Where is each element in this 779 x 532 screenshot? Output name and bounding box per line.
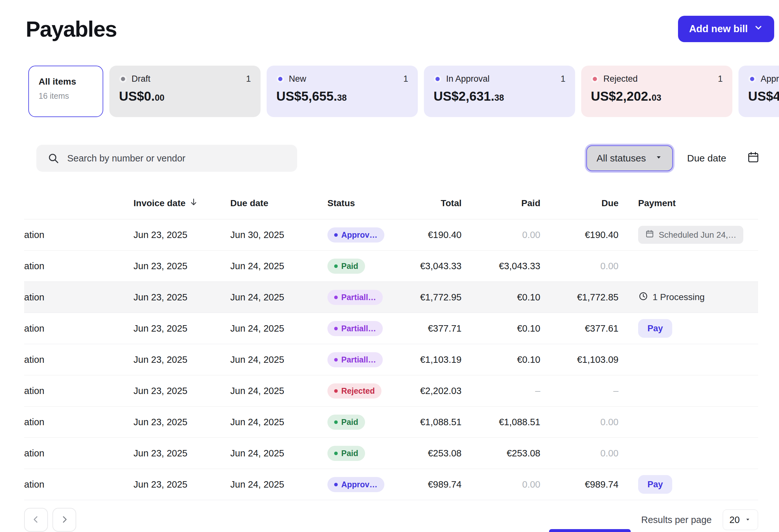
results-per-page-label: Results per page — [641, 515, 711, 525]
table-row[interactable]: ation Jun 23, 2025 Jun 24, 2025 Partiall… — [24, 282, 758, 313]
card-new-label: New — [289, 74, 306, 84]
status-label: Partiall… — [341, 324, 376, 333]
paid-cell: €253.08 — [462, 448, 540, 459]
filter-card-rejected[interactable]: Rejected 1 US$2,202.03 — [581, 66, 732, 117]
paid-cell: 0.00 — [462, 230, 540, 240]
new-status-dot-icon — [278, 77, 282, 81]
pay-button-label: Pay — [648, 323, 663, 334]
status-filter-value: All statuses — [597, 153, 646, 164]
due-date-cell: Jun 24, 2025 — [230, 354, 327, 365]
invoice-date-column-header[interactable]: Invoice date — [133, 197, 230, 209]
summary-cards-row: All items 16 items Draft 1 US$0.00 New 1… — [0, 66, 779, 117]
status-label: Rejected — [341, 386, 375, 396]
payment-cell: Pay Pay Pay — [618, 319, 758, 338]
triangle-down-icon — [654, 153, 663, 164]
card-approved-label: Appr — [761, 74, 779, 84]
vendor-cell: ation — [24, 292, 133, 303]
vendor-cell: ation — [24, 354, 133, 365]
filter-card-draft[interactable]: Draft 1 US$0.00 — [109, 66, 260, 117]
search-icon — [47, 152, 60, 166]
invoice-date-cell: Jun 23, 2025 — [133, 479, 230, 490]
due-amount-cell: €190.40 — [540, 230, 618, 240]
status-pill: Partiall… — [327, 352, 383, 367]
filters-row: All statuses Due date — [0, 144, 779, 172]
card-in-approval-count: 1 — [560, 74, 565, 84]
status-label: Partiall… — [341, 355, 376, 364]
filter-card-new[interactable]: New 1 US$5,655.38 — [266, 66, 418, 117]
table-row[interactable]: ation Jun 23, 2025 Jun 24, 2025 Paid €1,… — [24, 407, 758, 438]
vendor-cell: ation — [24, 261, 133, 272]
due-date-filter-value: Due date — [687, 153, 726, 164]
vendor-cell: ation — [24, 417, 133, 427]
table-row[interactable]: ation Jun 23, 2025 Jun 24, 2025 Partiall… — [24, 313, 758, 344]
table-row[interactable]: ation Jun 23, 2025 Jun 24, 2025 Rejected… — [24, 375, 758, 407]
card-rejected-amount: US$2,202.03 — [591, 89, 723, 104]
total-cell: €1,103.19 — [406, 354, 462, 365]
card-approved-amount: US$4 — [748, 89, 779, 104]
table-row[interactable]: ation Jun 23, 2025 Jun 24, 2025 Partiall… — [24, 344, 758, 375]
chevron-right-icon — [59, 514, 70, 526]
table-row[interactable]: ation Jun 23, 2025 Jun 24, 2025 Paid €3,… — [24, 250, 758, 282]
card-rejected-count: 1 — [718, 74, 723, 84]
total-cell: €1,088.51 — [406, 417, 462, 427]
status-label: Approv… — [341, 230, 377, 240]
calendar-icon — [645, 229, 654, 241]
status-label: Paid — [341, 261, 358, 271]
paid-cell: €3,043.33 — [462, 261, 540, 272]
due-amount-cell: €989.74 — [540, 479, 618, 490]
bottom-blue-bar — [549, 529, 631, 532]
status-pill: Paid — [327, 415, 365, 430]
card-all-items-label: All items — [39, 76, 93, 87]
due-amount-cell: – — [540, 386, 618, 396]
caret-down-icon — [744, 515, 751, 525]
due-date-filter[interactable]: Due date — [687, 151, 760, 166]
approved-status-dot-icon — [750, 77, 754, 81]
payment-cell: 1 Processing 1 Processing 1 Processing — [618, 291, 758, 304]
due-date-column-header: Due date — [230, 198, 327, 209]
next-page-button[interactable] — [52, 508, 76, 532]
calendar-icon — [747, 151, 760, 166]
results-per-page-dropdown[interactable]: 20 — [723, 510, 758, 530]
total-cell: €2,202.03 — [406, 386, 462, 396]
invoice-date-cell: Jun 23, 2025 — [133, 261, 230, 272]
total-cell: €3,043.33 — [406, 261, 462, 272]
status-label: Paid — [341, 417, 358, 427]
due-date-cell: Jun 24, 2025 — [230, 479, 327, 490]
filter-card-all-items[interactable]: All items 16 items — [28, 66, 103, 117]
table-row[interactable]: ation Jun 23, 2025 Jun 24, 2025 Paid €25… — [24, 438, 758, 469]
vendor-cell: ation — [24, 386, 133, 396]
chevron-left-icon — [31, 514, 42, 526]
card-in-approval-label: In Approval — [446, 74, 489, 84]
status-pill: Partiall… — [327, 321, 383, 336]
due-amount-cell: 0.00 — [540, 448, 618, 459]
total-cell: €377.71 — [406, 323, 462, 334]
vendor-cell: ation — [24, 230, 133, 240]
paid-cell: €0.10 — [462, 354, 540, 365]
total-cell: €989.74 — [406, 479, 462, 490]
card-rejected-label: Rejected — [603, 74, 638, 84]
filter-card-approved-clipped[interactable]: Appr US$4 — [738, 66, 779, 117]
invoice-date-cell: Jun 23, 2025 — [133, 354, 230, 365]
search-input[interactable] — [36, 145, 297, 172]
vendor-cell: ation — [24, 323, 133, 334]
table-row[interactable]: ation Jun 23, 2025 Jun 24, 2025 Approv… … — [24, 469, 758, 500]
pay-button[interactable]: Pay — [638, 319, 672, 338]
card-new-count: 1 — [403, 74, 408, 84]
table-body: ation Jun 23, 2025 Jun 30, 2025 Approv… … — [24, 219, 758, 500]
status-pill: Approv… — [327, 227, 384, 242]
due-date-cell: Jun 24, 2025 — [230, 386, 327, 396]
scheduled-payment-chip[interactable]: Scheduled Jun 24,… — [638, 226, 743, 244]
filter-card-in-approval[interactable]: In Approval 1 US$2,631.38 — [424, 66, 575, 117]
status-label: Partiall… — [341, 293, 376, 302]
table-row[interactable]: ation Jun 23, 2025 Jun 30, 2025 Approv… … — [24, 219, 758, 250]
due-amount-cell: 0.00 — [540, 417, 618, 427]
paid-cell: €0.10 — [462, 323, 540, 334]
pay-button[interactable]: Pay — [638, 475, 672, 494]
total-cell: €1,772.95 — [406, 292, 462, 303]
status-filter-dropdown[interactable]: All statuses — [586, 145, 673, 171]
paid-column-header: Paid — [462, 198, 540, 209]
paid-cell: €0.10 — [462, 292, 540, 303]
status-pill: Partiall… — [327, 290, 383, 305]
add-new-bill-button[interactable]: Add new bill — [678, 16, 774, 42]
previous-page-button[interactable] — [24, 508, 48, 532]
